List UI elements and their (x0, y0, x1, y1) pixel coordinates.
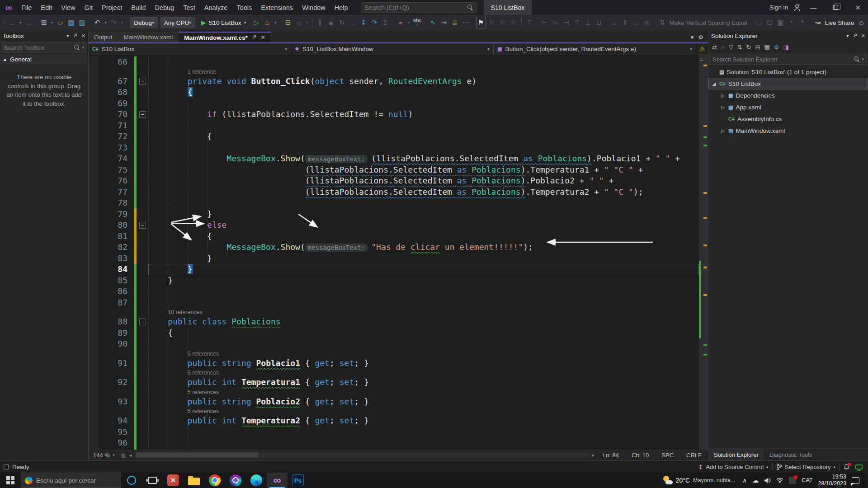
tree-item-dependencies[interactable]: ▷▦Dependencies (708, 89, 868, 101)
codelens-text[interactable]: 5 references (148, 407, 699, 415)
show-next-statement-icon[interactable]: → (348, 17, 358, 28)
screen-share-icon[interactable] (855, 465, 863, 469)
pin-icon[interactable] (252, 34, 257, 41)
toolbox-group-general[interactable]: ▲ General (0, 54, 88, 65)
fold-collapse-icon[interactable]: − (139, 319, 146, 325)
code-text[interactable]: } (148, 209, 699, 220)
line-number[interactable]: 70 (99, 109, 134, 120)
close-button[interactable]: ✕ (848, 0, 868, 15)
zoom-control-icon[interactable]: ◎ (642, 17, 652, 28)
column-indicator[interactable]: Ch: 10 (625, 452, 655, 459)
breakpoint-margin[interactable] (89, 197, 99, 209)
taskbar-photoshop[interactable]: Ps (288, 473, 308, 488)
breakpoint-margin[interactable] (89, 131, 99, 142)
code-text[interactable] (148, 338, 699, 350)
line-number[interactable]: 78 (99, 197, 134, 209)
codelens-text[interactable]: 5 references (148, 369, 699, 377)
menu-debug[interactable]: Debug (150, 0, 179, 15)
solution-explorer-search-input[interactable]: Search Solution Explorer ▾ (709, 54, 867, 65)
make-same-height-icon[interactable]: ⇕ (620, 17, 630, 28)
breakpoint-margin[interactable] (89, 377, 99, 388)
breakpoint-margin[interactable] (89, 231, 99, 242)
tab-output[interactable]: Output (89, 32, 118, 42)
breakpoint-margin[interactable] (89, 209, 99, 220)
panel-tab-solution-explorer[interactable]: Solution Explorer (708, 449, 764, 460)
undo-icon[interactable]: ↶ (92, 17, 102, 28)
hidden-icons-chevron-icon[interactable]: ∧ (742, 477, 747, 484)
code-text[interactable] (148, 437, 699, 449)
breakpoint-margin[interactable] (89, 328, 99, 339)
breakpoint-margin[interactable] (89, 350, 99, 358)
caret-down-icon[interactable]: ▾ (119, 17, 124, 28)
align-middles-icon[interactable]: ⊔ (594, 17, 604, 28)
tree-item-app-xaml[interactable]: ▷▤App.xaml (708, 101, 868, 113)
line-number[interactable]: 66 (99, 56, 134, 68)
refresh-icon[interactable]: ↻ (746, 44, 751, 51)
platform-select[interactable]: Any CPU▾ (160, 17, 195, 28)
breakpoint-margin[interactable] (89, 449, 99, 450)
prev-bookmark-icon[interactable]: ⚐ (487, 17, 497, 28)
code-text[interactable]: { (148, 328, 699, 339)
minimize-button[interactable]: — (803, 0, 824, 15)
line-number[interactable]: 77 (99, 187, 134, 198)
switch-views-icon[interactable]: ⇄ (712, 44, 717, 51)
taskbar-visual-studio[interactable]: ∞ (267, 473, 288, 488)
panel-tab-diagnostic-tools[interactable]: Diagnostic Tools (764, 449, 817, 460)
code-text[interactable]: public string Poblacio1 { get; set; } (148, 358, 699, 369)
tab-mainwindow-xaml-cs-[interactable]: MainWindow.xaml.cs*✕ (179, 32, 270, 42)
properties-icon[interactable]: ⚙ (774, 44, 779, 51)
preview-changes-icon[interactable]: ⊟ (283, 17, 293, 28)
menu-help[interactable]: Help (330, 0, 353, 15)
make-same-width-icon[interactable]: ↔ (609, 17, 619, 28)
step-into-icon[interactable]: ↧ (359, 17, 368, 28)
splitter-icon[interactable]: ▥ (119, 452, 127, 458)
code-text[interactable]: } (148, 275, 699, 286)
live-share-button[interactable]: Live Share (825, 19, 854, 26)
align-centers-icon[interactable]: ⊨ (551, 17, 561, 28)
horizontal-scrollbar[interactable] (134, 452, 589, 458)
close-icon[interactable]: ✕ (261, 34, 265, 41)
document-list-caret-icon[interactable]: ▾ (691, 34, 694, 41)
line-number[interactable]: 74 (99, 153, 134, 164)
taskbar-app-x[interactable]: ✕ (163, 473, 184, 488)
scroll-left-button[interactable]: ◂ (127, 452, 134, 458)
align-lefts-icon[interactable]: ⊢ (540, 17, 550, 28)
select-repository-button[interactable]: Select Repository ▴ (776, 464, 835, 470)
codelens-text[interactable]: 10 references (148, 308, 699, 316)
nav-forward-icon[interactable]: → (24, 17, 33, 28)
line-number[interactable]: 85 (99, 275, 134, 286)
close-icon[interactable]: ✕ (861, 33, 865, 39)
breakpoint-margin[interactable] (89, 264, 99, 275)
line-number[interactable]: 88 (99, 316, 134, 328)
code-text[interactable] (148, 197, 699, 209)
user-account-icon[interactable] (793, 4, 802, 12)
breakpoint-margin[interactable] (89, 275, 99, 286)
menu-view[interactable]: View (57, 0, 80, 15)
step-out-icon[interactable]: ↥ (380, 17, 390, 28)
menu-build[interactable]: Build (127, 0, 150, 15)
code-text[interactable] (148, 142, 699, 154)
line-indicator[interactable]: Ln: 84 (596, 452, 625, 459)
fold-collapse-icon[interactable]: − (139, 111, 146, 118)
code-text[interactable]: private void Button_Click(object sender,… (148, 76, 699, 87)
quote-close-icon[interactable]: ” (797, 17, 807, 28)
preview-selected-icon[interactable]: ◨ (783, 44, 788, 51)
format-document-icon[interactable]: ≣ (450, 17, 460, 28)
save-icon[interactable]: ▤ (66, 17, 76, 28)
code-text[interactable]: MessageBox.Show(messageBoxText:"Has de c… (148, 242, 699, 253)
codelens-text[interactable]: 1 reference (148, 68, 699, 76)
line-ending-indicator[interactable]: CRLF (680, 452, 708, 459)
line-number[interactable]: 90 (99, 338, 134, 350)
pin-icon[interactable] (853, 33, 858, 39)
configuration-select[interactable]: Debug▾ (130, 17, 157, 28)
code-text[interactable]: public int Temperatura2 { get; set; } (148, 415, 699, 427)
code-text[interactable]: if (llistaPoblacions.SelectedItem != nul… (148, 109, 699, 120)
gear-icon[interactable]: ⚙ (698, 34, 703, 41)
caret-down-icon[interactable]: ▾ (406, 17, 411, 28)
text-pointer-icon[interactable]: ↖ (428, 17, 438, 28)
line-number[interactable]: 68 (99, 87, 134, 98)
show-desktop-button[interactable] (866, 473, 868, 488)
breakpoint-margin[interactable] (89, 338, 99, 350)
code-text[interactable]: { (148, 231, 699, 242)
breadcrumb-segment-1[interactable]: ❖S10_ListBox.MainWindow▾ (291, 43, 494, 54)
